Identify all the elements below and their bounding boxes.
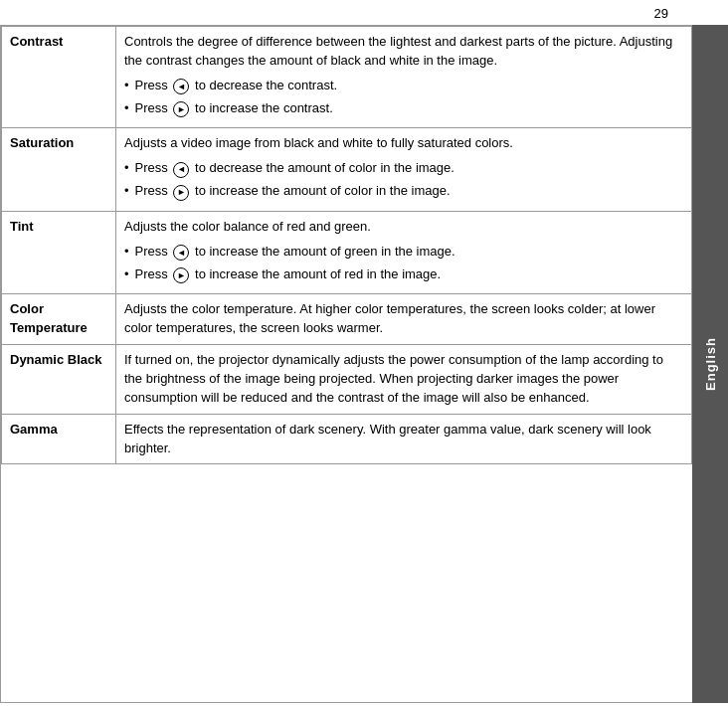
bullet-item: Press ► to increase the amount of red in… [124, 265, 683, 284]
press-text: Press [135, 78, 172, 92]
press-text: Press [135, 244, 172, 259]
sidebar: English [692, 25, 728, 703]
row-label-2: Tint [2, 211, 116, 294]
row-label-4: Dynamic Black [2, 345, 116, 415]
left-arrow-icon: ◄ [173, 245, 189, 261]
bullet-item: Press ◄ to increase the amount of green … [124, 243, 683, 262]
press-text: Press [135, 160, 172, 175]
row-desc-0: Controls the degree of difference betwee… [116, 27, 692, 128]
bullet-item: Press ◄ to decrease the contrast. [124, 77, 683, 95]
left-arrow-icon: ◄ [173, 79, 189, 94]
sidebar-label: English [703, 337, 718, 391]
row-desc-2: Adjusts the color balance of red and gre… [116, 211, 692, 294]
right-arrow-icon: ► [173, 101, 189, 117]
press-text: Press [135, 183, 172, 198]
press-text: Press [135, 100, 172, 115]
bullet-item: Press ► to increase the contrast. [124, 99, 683, 118]
press-text: Press [135, 266, 172, 281]
right-arrow-icon: ► [173, 185, 189, 201]
page-number: 29 [0, 0, 728, 25]
row-desc-1: Adjusts a video image from black and whi… [116, 128, 692, 212]
left-arrow-icon: ◄ [173, 162, 189, 178]
bullet-item: Press ► to increase the amount of color … [124, 182, 683, 201]
right-arrow-icon: ► [173, 267, 189, 283]
row-label-1: Saturation [2, 128, 116, 212]
row-label-0: Contrast [2, 27, 116, 128]
bullet-item: Press ◄ to decrease the amount of color … [124, 159, 683, 178]
row-desc-5: Effects the representation of dark scene… [116, 414, 692, 464]
settings-table: ContrastControls the degree of differenc… [1, 26, 692, 464]
row-label-5: Gamma [2, 414, 116, 464]
row-desc-4: If turned on, the projector dynamically … [116, 345, 692, 415]
row-label-3: Color Temperature [2, 294, 116, 345]
row-desc-3: Adjusts the color temperature. At higher… [116, 294, 692, 345]
